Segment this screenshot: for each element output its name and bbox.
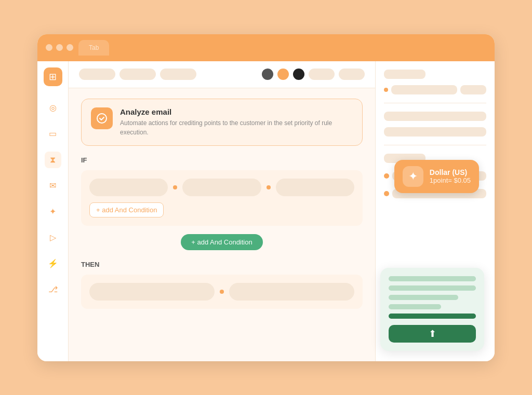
content-area: Analyze email Automate actions for credi… [69,88,375,361]
traffic-light-yellow[interactable] [56,44,63,51]
receipt-line-3 [389,295,458,300]
panel-dot-1 [384,88,388,92]
right-panel: ✦ Dollar (US) 1point= $0.05 ⬆ [375,61,495,361]
send-icon: ▷ [50,233,56,242]
sidebar-item-monitor[interactable]: ▭ [45,126,61,142]
upload-icon: ⬆ [429,328,436,339]
tab-pill-2[interactable] [119,69,156,80]
sidebar-item-mail[interactable]: ✉ [45,178,61,194]
mail-icon: ✉ [49,181,56,190]
dollar-sparkle-icon: ✦ [403,166,423,187]
browser-window: Tab ⊞ ◎ ▭ ⧗ ✉ [37,34,495,361]
receipt-line-4 [389,304,441,309]
panel-checkbox-2[interactable] [384,191,389,196]
traffic-light-green[interactable] [66,44,73,51]
top-bar [69,61,375,88]
outer-container: Tab ⊞ ◎ ▭ ⧗ ✉ [32,29,500,366]
top-bar-tabs [79,69,196,80]
dollar-tooltip: ✦ Dollar (US) 1point= $0.05 [394,160,479,193]
then-dot [220,290,224,294]
panel-checkbox-1[interactable] [384,173,389,179]
top-bar-actions [262,69,365,80]
panel-row-1 [384,85,486,94]
if-label: IF [81,156,363,164]
sidebar-item-hourglass[interactable]: ⧗ [45,152,61,168]
then-pill-1[interactable] [89,283,215,301]
app-body: ⊞ ◎ ▭ ⧗ ✉ ✦ ▷ [37,61,495,361]
analyze-icon [91,107,113,129]
color-dot-orange[interactable] [277,69,289,80]
sidebar-item-wifi[interactable]: ◎ [45,100,61,116]
browser-tab[interactable]: Tab [78,40,109,56]
panel-pill-sm-1[interactable] [460,85,486,94]
traffic-light-red[interactable] [46,44,52,51]
git-icon: ⎇ [48,284,58,294]
then-pill-2[interactable] [229,283,354,301]
analyze-email-card: Analyze email Automate actions for credi… [81,99,363,146]
flash-icon: ⚡ [48,258,58,268]
sidebar-item-git[interactable]: ⎇ [45,281,61,298]
receipt-line-2 [389,285,476,291]
add-and-condition-button-1[interactable]: + add And Condition [89,202,164,217]
condition-dot-1 [173,185,177,189]
sidebar-logo[interactable]: ⊞ [44,67,62,86]
receipt-line-1 [389,276,476,281]
condition-row-1 [89,179,354,196]
then-label: THEN [81,261,363,268]
analyze-title: Analyze email [120,107,353,116]
panel-divider-1 [384,103,486,103]
tab-pill-3[interactable] [160,69,196,80]
sidebar-item-sparkle[interactable]: ✦ [45,203,61,220]
condition-dot-2 [267,185,271,189]
sparkle-icon: ✦ [49,207,56,216]
wifi-icon: ◎ [49,103,57,113]
action-pill-1[interactable] [309,69,335,80]
panel-full-pill-1 [384,112,486,121]
receipt-card: ⬆ [380,268,484,351]
add-condition-container: + add And Condition [81,232,363,252]
panel-pill-1[interactable] [391,85,457,94]
title-bar: Tab [37,34,495,61]
then-row [89,283,354,301]
if-condition-box: + add And Condition [81,170,363,226]
dollar-text: Dollar (US) 1point= $0.05 [430,168,471,184]
panel-divider-2 [384,145,486,145]
dollar-currency: Dollar (US) [430,168,471,176]
dollar-rate: 1point= $0.05 [430,176,471,184]
condition-pill-3[interactable] [276,179,354,196]
svg-point-0 [97,114,107,123]
color-dot-gray[interactable] [262,69,273,80]
panel-full-pill-2 [384,127,486,137]
tab-pill-1[interactable] [79,69,115,80]
condition-pill-2[interactable] [182,179,261,196]
analyze-description: Automate actions for crediting points to… [120,118,353,137]
traffic-lights [46,44,73,51]
action-pill-2[interactable] [339,69,365,80]
then-box [81,275,363,309]
tab-label: Tab [89,44,99,51]
sidebar-item-flash[interactable]: ⚡ [45,255,61,272]
add-and-condition-button-2[interactable]: + add And Condition [181,234,262,250]
color-dot-dark[interactable] [293,69,304,80]
main-content: Analyze email Automate actions for credi… [69,61,375,361]
analyze-text: Analyze email Automate actions for credi… [120,107,353,137]
sidebar: ⊞ ◎ ▭ ⧗ ✉ ✦ ▷ [37,61,69,361]
receipt-upload-button[interactable]: ⬆ [389,325,476,343]
logo-icon: ⊞ [49,71,57,83]
sidebar-item-send[interactable]: ▷ [45,229,61,246]
monitor-icon: ▭ [49,129,57,139]
hourglass-icon: ⧗ [50,155,56,165]
panel-title-1 [384,70,425,79]
receipt-line-green [389,314,476,319]
condition-pill-1[interactable] [89,179,168,196]
